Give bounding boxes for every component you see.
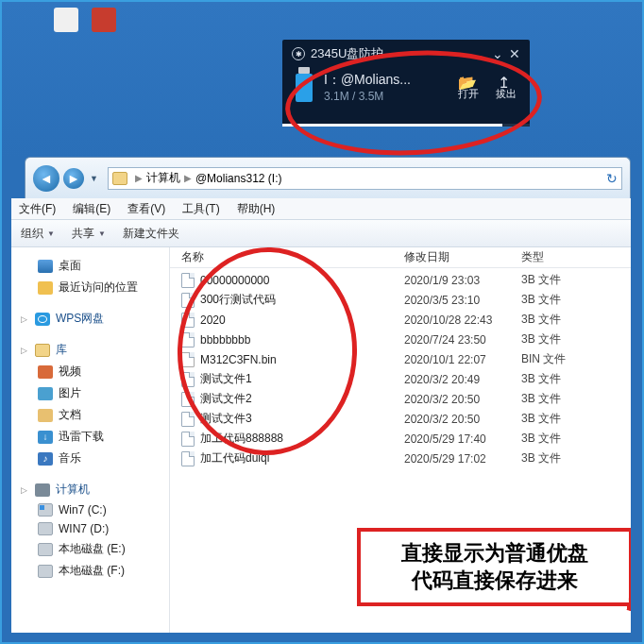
file-row[interactable]: 测试文件22020/3/2 20:503B 文件 bbox=[170, 389, 631, 409]
sidebar-item-drive-c[interactable]: Win7 (C:) bbox=[17, 500, 163, 519]
pictures-icon bbox=[38, 387, 53, 400]
explorer-titlebar: ◄ ► ▼ ▶ 计算机 ▶ @Molians312 (I:) ↻ bbox=[25, 157, 631, 198]
breadcrumb-computer[interactable]: 计算机 bbox=[146, 170, 180, 186]
file-type: 3B 文件 bbox=[521, 391, 631, 407]
menu-file[interactable]: 文件(F) bbox=[19, 201, 56, 217]
sidebar-item-recent[interactable]: 最近访问的位置 bbox=[17, 277, 163, 298]
file-name: 测试文件3 bbox=[200, 411, 252, 427]
file-row[interactable]: 加工代码duiqi2020/5/29 17:023B 文件 bbox=[170, 449, 631, 468]
file-icon bbox=[181, 352, 195, 367]
file-row[interactable]: bbbbbbbb2020/7/24 23:503B 文件 bbox=[170, 330, 631, 349]
close-icon[interactable]: ✕ bbox=[509, 46, 520, 61]
address-bar[interactable]: ▶ 计算机 ▶ @Molians312 (I:) ↻ bbox=[108, 167, 622, 190]
drive-usage: 3.1M / 3.5M bbox=[324, 90, 458, 103]
usage-progress-bar bbox=[282, 124, 530, 127]
usb-notification-popup: ✱ 2345U盘防护 ⌄ ✕ I：@Molians... 3.1M / 3.5M… bbox=[282, 40, 530, 127]
nav-back-button[interactable]: ◄ bbox=[33, 165, 59, 192]
sidebar-item-wps[interactable]: ▷WPS网盘 bbox=[17, 308, 163, 330]
notification-title: 2345U盘防护 bbox=[311, 45, 383, 62]
sidebar-item-library[interactable]: ▷库 bbox=[17, 339, 163, 361]
recent-icon bbox=[38, 281, 53, 295]
column-header-date[interactable]: 修改日期 bbox=[404, 249, 521, 265]
menu-tools[interactable]: 工具(T) bbox=[182, 201, 219, 217]
drive-icon bbox=[38, 565, 53, 578]
file-type: 3B 文件 bbox=[521, 292, 631, 308]
open-drive-button[interactable]: 📂 打开 bbox=[458, 74, 479, 101]
file-date: 2020/10/28 22:43 bbox=[404, 314, 521, 327]
toolbar-share[interactable]: 共享▼ bbox=[72, 226, 106, 242]
usb-drive-icon bbox=[296, 74, 313, 102]
toolbar-organize[interactable]: 组织▼ bbox=[21, 226, 55, 242]
drive-icon bbox=[38, 503, 53, 517]
nav-history-dropdown[interactable]: ▼ bbox=[90, 174, 98, 183]
file-name: bbbbbbbb bbox=[200, 333, 250, 347]
file-icon bbox=[181, 412, 195, 427]
file-row[interactable]: 加工代码8888882020/5/29 17:403B 文件 bbox=[170, 429, 631, 449]
file-row[interactable]: 测试文件32020/3/2 20:503B 文件 bbox=[170, 409, 631, 429]
banner-line1: 直接显示为普通优盘 bbox=[370, 539, 619, 568]
computer-icon bbox=[35, 483, 50, 497]
column-header-name[interactable]: 名称 bbox=[170, 249, 404, 265]
file-icon bbox=[181, 313, 195, 328]
file-type: 3B 文件 bbox=[521, 272, 631, 288]
file-type: 3B 文件 bbox=[521, 411, 631, 427]
file-row[interactable]: M312C3FN.bin2020/10/1 22:07BIN 文件 bbox=[170, 349, 631, 369]
sidebar-item-video[interactable]: 视频 bbox=[17, 361, 163, 382]
file-icon bbox=[181, 432, 195, 447]
file-date: 2020/3/2 20:50 bbox=[404, 393, 521, 406]
nav-forward-button[interactable]: ► bbox=[63, 168, 84, 189]
file-name: 2020 bbox=[200, 314, 226, 327]
eject-drive-button[interactable]: ↥ 拔出 bbox=[496, 74, 517, 101]
file-date: 2020/7/24 23:50 bbox=[404, 333, 521, 347]
file-type: 3B 文件 bbox=[521, 331, 631, 347]
menu-bar: 文件(F) 编辑(E) 查看(V) 工具(T) 帮助(H) bbox=[11, 198, 631, 219]
file-date: 2020/10/1 22:07 bbox=[404, 353, 521, 366]
desktop-icons bbox=[54, 8, 116, 32]
file-type: 3B 文件 bbox=[521, 371, 631, 387]
navigation-pane: 桌面 最近访问的位置 ▷WPS网盘 ▷库 视频 图片 文档 迅雷下载 音乐 ▷计… bbox=[11, 247, 170, 633]
file-icon bbox=[181, 332, 195, 347]
file-icon bbox=[181, 372, 195, 387]
desktop-shortcut[interactable] bbox=[54, 8, 78, 32]
sidebar-item-desktop[interactable]: 桌面 bbox=[17, 255, 163, 277]
shield-icon: ✱ bbox=[292, 47, 305, 60]
toolbar-new-folder[interactable]: 新建文件夹 bbox=[123, 226, 179, 242]
notification-header: ✱ 2345U盘防护 ⌄ ✕ bbox=[282, 40, 530, 68]
collapse-icon[interactable]: ⌄ bbox=[492, 46, 503, 61]
menu-edit[interactable]: 编辑(E) bbox=[73, 201, 110, 217]
menu-help[interactable]: 帮助(H) bbox=[237, 201, 276, 217]
chevron-right-icon[interactable]: ▶ bbox=[135, 173, 143, 183]
sidebar-item-pictures[interactable]: 图片 bbox=[17, 382, 163, 404]
file-name: 测试文件1 bbox=[200, 371, 252, 387]
cloud-icon bbox=[35, 313, 50, 326]
file-icon bbox=[181, 293, 195, 308]
file-row[interactable]: 000000000002020/1/9 23:033B 文件 bbox=[170, 270, 631, 290]
sidebar-item-downloads[interactable]: 迅雷下载 bbox=[17, 426, 163, 448]
chevron-right-icon[interactable]: ▶ bbox=[184, 173, 192, 183]
drive-icon bbox=[38, 543, 53, 556]
breadcrumb-drive[interactable]: @Molians312 (I:) bbox=[195, 172, 282, 185]
file-icon bbox=[181, 451, 195, 466]
sidebar-item-computer[interactable]: ▷计算机 bbox=[17, 479, 163, 500]
file-type: 3B 文件 bbox=[521, 450, 631, 466]
sidebar-item-drive-e[interactable]: 本地磁盘 (E:) bbox=[17, 538, 163, 560]
column-headers: 名称 修改日期 类型 bbox=[170, 247, 631, 268]
desktop-icon bbox=[38, 260, 53, 273]
file-row[interactable]: 测试文件12020/3/2 20:493B 文件 bbox=[170, 369, 631, 389]
file-row[interactable]: 20202020/10/28 22:433B 文件 bbox=[170, 310, 631, 330]
desktop-shortcut[interactable] bbox=[92, 8, 116, 32]
menu-view[interactable]: 查看(V) bbox=[127, 201, 165, 217]
sidebar-item-documents[interactable]: 文档 bbox=[17, 404, 163, 426]
sidebar-item-drive-f[interactable]: 本地磁盘 (F:) bbox=[17, 560, 163, 582]
refresh-icon[interactable]: ↻ bbox=[606, 171, 618, 186]
file-type: BIN 文件 bbox=[521, 351, 631, 367]
file-name: 加工代码888888 bbox=[200, 431, 283, 447]
sidebar-item-music[interactable]: 音乐 bbox=[17, 448, 163, 469]
file-date: 2020/5/29 17:40 bbox=[404, 432, 521, 446]
column-header-type[interactable]: 类型 bbox=[521, 249, 631, 265]
library-icon bbox=[35, 344, 50, 357]
file-date: 2020/5/29 17:02 bbox=[404, 452, 521, 466]
file-row[interactable]: 300行测试代码2020/3/5 23:103B 文件 bbox=[170, 290, 631, 310]
sidebar-item-drive-d[interactable]: WIN7 (D:) bbox=[17, 519, 163, 538]
file-name: 00000000000 bbox=[200, 274, 269, 287]
